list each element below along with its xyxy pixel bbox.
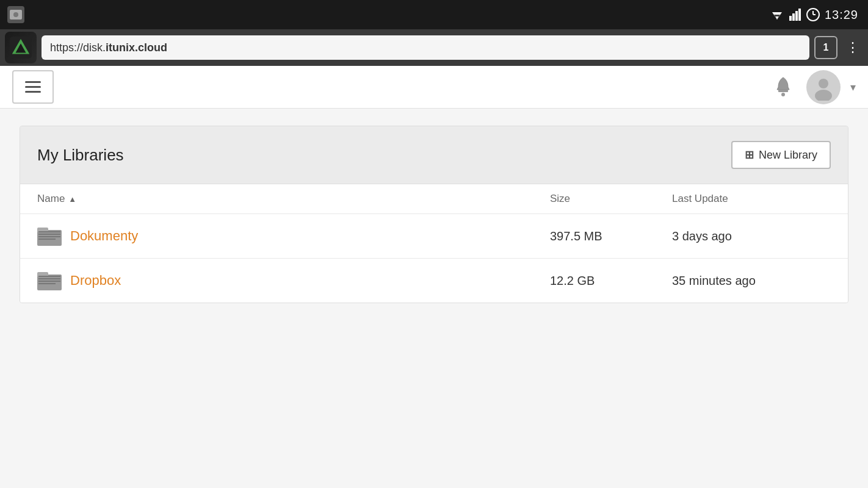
libraries-header: My Libraries ⊞ New Library bbox=[20, 126, 848, 184]
tab-count-button[interactable]: 1 bbox=[814, 36, 837, 59]
svg-rect-30 bbox=[38, 278, 60, 279]
bell-icon bbox=[773, 76, 793, 98]
libraries-table: Name ▲ Size Last Update bbox=[20, 184, 848, 303]
svg-rect-25 bbox=[38, 236, 60, 237]
svg-rect-23 bbox=[38, 231, 60, 232]
svg-marker-5 bbox=[775, 16, 778, 20]
hamburger-button[interactable] bbox=[12, 70, 54, 104]
new-library-label: New Library bbox=[759, 149, 817, 162]
app-header: ▾ bbox=[0, 66, 868, 109]
library-folder-icon bbox=[37, 225, 62, 247]
address-bar[interactable]: https://disk.itunix.cloud bbox=[42, 35, 809, 60]
library-link-dropbox[interactable]: Dropbox bbox=[70, 273, 121, 289]
hamburger-icon bbox=[25, 81, 41, 93]
svg-rect-29 bbox=[38, 276, 60, 277]
svg-rect-24 bbox=[38, 234, 60, 235]
size-cell-dropbox: 12.2 GB bbox=[550, 274, 672, 288]
libraries-panel: My Libraries ⊞ New Library Name ▲ Size L… bbox=[20, 126, 848, 303]
browser-logo[interactable] bbox=[5, 32, 37, 63]
column-header-last-update: Last Update bbox=[672, 193, 831, 205]
signal-icon bbox=[789, 9, 801, 21]
svg-rect-8 bbox=[795, 11, 798, 21]
name-cell: Dokumenty bbox=[37, 225, 550, 247]
notification-bell-button[interactable] bbox=[770, 74, 797, 101]
svg-point-17 bbox=[781, 93, 785, 96]
svg-rect-6 bbox=[789, 16, 792, 21]
libraries-title: My Libraries bbox=[37, 146, 124, 165]
table-row: Dokumenty 397.5 MB 3 days ago bbox=[20, 214, 848, 259]
name-cell: Dropbox bbox=[37, 270, 550, 292]
wifi-icon bbox=[770, 9, 784, 21]
new-library-button[interactable]: ⊞ New Library bbox=[731, 141, 831, 169]
user-dropdown-arrow[interactable]: ▾ bbox=[850, 81, 856, 94]
status-bar: 13:29 bbox=[0, 0, 868, 29]
plus-icon: ⊞ bbox=[745, 148, 754, 162]
size-cell-dokumenty: 397.5 MB bbox=[550, 229, 672, 243]
main-content: My Libraries ⊞ New Library Name ▲ Size L… bbox=[0, 109, 868, 488]
browser-menu-button[interactable]: ⋮ bbox=[841, 37, 863, 59]
update-cell-dropbox: 35 minutes ago bbox=[672, 274, 831, 288]
table-header-row: Name ▲ Size Last Update bbox=[20, 184, 848, 214]
user-avatar-icon bbox=[810, 74, 837, 101]
update-cell-dokumenty: 3 days ago bbox=[672, 229, 831, 243]
photo-icon bbox=[5, 4, 27, 26]
svg-rect-7 bbox=[792, 13, 795, 21]
address-url: https://disk.itunix.cloud bbox=[50, 41, 167, 54]
column-header-name: Name ▲ bbox=[37, 193, 550, 205]
sort-arrow-icon: ▲ bbox=[68, 195, 76, 204]
library-folder-icon bbox=[37, 270, 62, 292]
browser-actions: 1 ⋮ bbox=[814, 36, 863, 59]
browser-bar: https://disk.itunix.cloud 1 ⋮ bbox=[0, 29, 868, 66]
user-avatar-button[interactable] bbox=[806, 70, 841, 104]
svg-rect-32 bbox=[38, 283, 56, 284]
header-right: ▾ bbox=[770, 70, 856, 104]
column-header-size: Size bbox=[550, 193, 672, 205]
status-time: 13:29 bbox=[825, 8, 858, 22]
clock-icon bbox=[806, 8, 820, 21]
svg-rect-31 bbox=[38, 281, 60, 282]
svg-point-19 bbox=[819, 79, 828, 88]
svg-rect-16 bbox=[778, 90, 788, 92]
svg-rect-9 bbox=[798, 9, 801, 21]
table-row: Dropbox 12.2 GB 35 minutes ago bbox=[20, 259, 848, 303]
library-link-dokumenty[interactable]: Dokumenty bbox=[70, 228, 138, 244]
status-bar-right: 13:29 bbox=[770, 8, 858, 22]
status-bar-left bbox=[5, 4, 27, 26]
svg-point-2 bbox=[13, 12, 18, 17]
svg-rect-26 bbox=[38, 239, 56, 240]
